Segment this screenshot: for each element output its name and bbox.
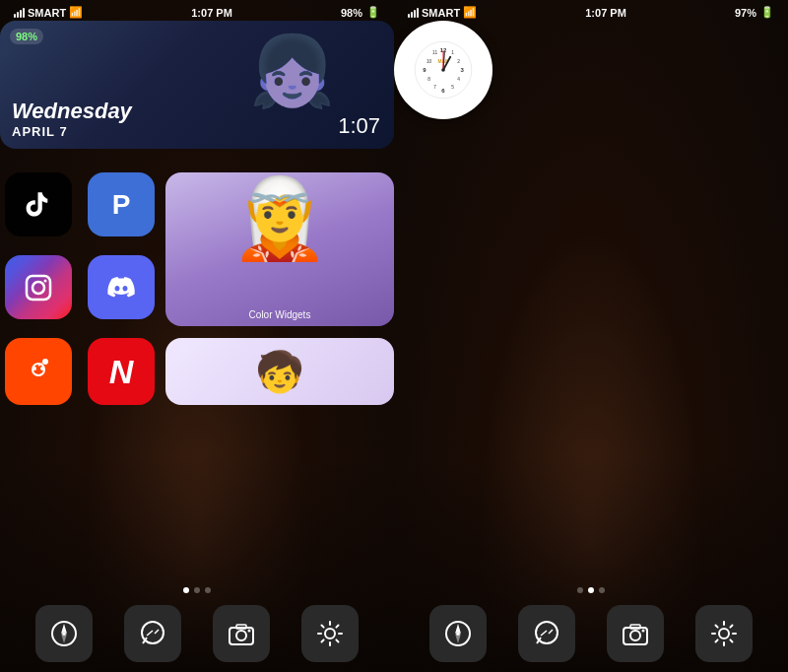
date-widget[interactable]: 98% Wednesday APRIL 7 1:07	[0, 21, 394, 149]
svg-text:7: 7	[433, 85, 436, 90]
settings-icon	[301, 605, 359, 662]
svg-point-6	[33, 367, 36, 370]
messenger-icon-2	[518, 605, 575, 662]
page-dots-2	[394, 587, 788, 593]
svg-point-61	[642, 630, 645, 633]
screen2: SMART 📶 1:07 PM 97% 🔋 12 3 6 9	[394, 0, 788, 672]
instagram-icon	[5, 255, 72, 319]
svg-point-7	[40, 367, 44, 370]
compass-icon	[35, 605, 93, 662]
compass-icon-2	[429, 605, 487, 662]
dock-1	[0, 605, 394, 662]
signal-icon	[14, 8, 25, 18]
status-bar-1: SMART 📶 1:07 PM 98% 🔋	[0, 0, 394, 21]
svg-point-16	[236, 631, 246, 640]
signal-icon-2	[408, 8, 419, 18]
svg-text:11: 11	[432, 50, 438, 55]
pixiv-icon: P	[88, 172, 155, 236]
screen1: SMART 📶 1:07 PM 98% 🔋 98% Wednesday APRI…	[0, 0, 394, 672]
battery-label: 98%	[341, 7, 362, 19]
wifi-icon: 📶	[69, 6, 83, 19]
svg-point-1	[33, 282, 44, 294]
status-bar-2: SMART 📶 1:07 PM 97% 🔋	[394, 0, 788, 21]
tiktok-icon	[5, 172, 72, 236]
battery-icon: 🔋	[366, 6, 380, 19]
discord-icon	[88, 255, 155, 319]
clock-face-svg: 12 3 6 9 1 2 4 5 7 8 10 11 MAN	[414, 40, 473, 100]
time-label: 1:07 PM	[191, 7, 232, 19]
battery-badge: 98%	[10, 29, 43, 44]
battery-icon-2: 🔋	[760, 6, 774, 19]
netflix-icon: N	[88, 338, 155, 405]
svg-point-2	[44, 279, 47, 282]
svg-text:10: 10	[427, 59, 432, 64]
dock-messenger[interactable]	[124, 605, 181, 662]
messenger-icon	[124, 605, 181, 662]
month-day-label: APRIL 7	[12, 124, 132, 139]
page-dots-1	[0, 587, 394, 593]
svg-point-13	[62, 632, 66, 636]
weekday-label: Wednesday	[12, 99, 132, 124]
time-widget-label: 1:07	[338, 113, 380, 139]
svg-point-59	[630, 631, 640, 640]
svg-point-56	[456, 632, 460, 636]
wifi-icon-2: 📶	[463, 6, 477, 19]
time-label-2: 1:07 PM	[585, 7, 626, 19]
dock-camera-2[interactable]	[607, 605, 664, 662]
netflix-n: N	[109, 353, 134, 391]
color-widget-1[interactable]: 🧝 Color Widgets	[165, 172, 394, 332]
dock-settings-2[interactable]	[695, 605, 753, 662]
svg-point-62	[719, 629, 729, 638]
color-widget-label1: Color Widgets	[249, 309, 311, 320]
carrier-label: SMART	[28, 7, 66, 19]
svg-text:2: 2	[457, 59, 460, 64]
battery-label-2: 97%	[735, 7, 756, 19]
svg-text:4: 4	[457, 77, 460, 82]
svg-text:1: 1	[451, 50, 454, 55]
dock-messenger-2[interactable]	[518, 605, 575, 662]
svg-point-18	[248, 630, 251, 633]
svg-rect-0	[27, 276, 50, 300]
svg-text:8: 8	[427, 77, 430, 82]
svg-point-37	[441, 68, 445, 72]
svg-point-19	[325, 629, 335, 638]
camera-icon	[213, 605, 270, 662]
dock-2	[394, 605, 788, 662]
dock-camera[interactable]	[213, 605, 270, 662]
dock-settings[interactable]	[301, 605, 359, 662]
svg-text:5: 5	[451, 85, 454, 90]
svg-point-8	[42, 359, 48, 365]
dock-compass-2[interactable]	[429, 605, 487, 662]
camera-icon-2	[607, 605, 664, 662]
dock-compass[interactable]	[35, 605, 93, 662]
carrier-label-2: SMART	[422, 7, 460, 19]
settings-icon-2	[695, 605, 753, 662]
reddit-icon	[5, 338, 72, 405]
